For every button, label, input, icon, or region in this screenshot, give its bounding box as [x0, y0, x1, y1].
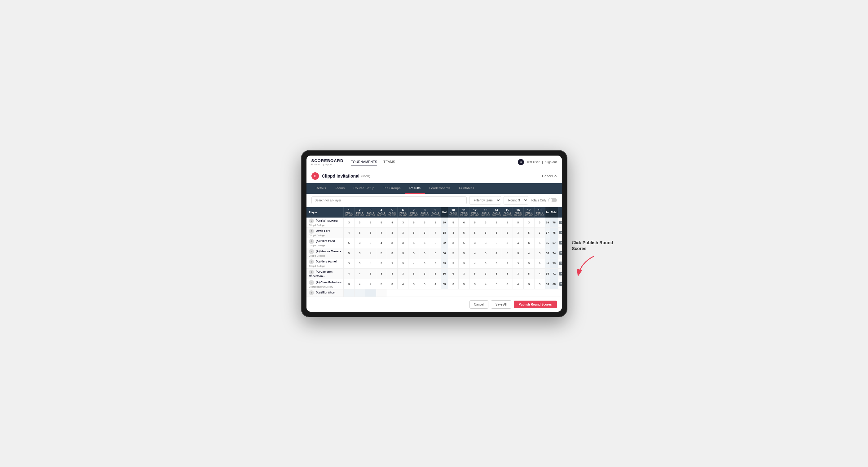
score-h7[interactable]: 5 — [408, 268, 419, 279]
search-input[interactable] — [311, 196, 467, 204]
score-h12[interactable]: 4 — [469, 258, 480, 268]
score-h1[interactable]: 4 — [344, 268, 354, 279]
score-h17[interactable]: 3 — [523, 279, 534, 289]
score-h12[interactable]: 5 — [469, 227, 480, 238]
score-h1[interactable]: 4 — [344, 227, 354, 238]
tab-details[interactable]: Details — [311, 183, 331, 194]
tab-leaderboards[interactable]: Leaderboards — [425, 183, 455, 194]
tab-teams[interactable]: Teams — [330, 183, 349, 194]
score-h3[interactable]: 3 — [365, 238, 376, 248]
score-h8[interactable]: 6 — [419, 227, 430, 238]
score-h9[interactable]: 4 — [430, 279, 441, 289]
score-h12[interactable]: 5 — [469, 268, 480, 279]
score-h6[interactable]: 3 — [398, 238, 408, 248]
score-h2[interactable]: 6 — [354, 227, 365, 238]
score-h15[interactable]: 3 — [502, 279, 513, 289]
score-h10[interactable]: 5 — [448, 218, 459, 228]
sign-out-link[interactable]: Sign out — [546, 160, 557, 164]
tab-tee-groups[interactable]: Tee Groups — [379, 183, 405, 194]
score-h13[interactable]: 3 — [480, 258, 491, 268]
label-wd[interactable]: WD — [559, 251, 561, 255]
score-h4[interactable]: 4 — [376, 238, 387, 248]
score-h16[interactable]: 3 — [513, 268, 523, 279]
score-h18[interactable]: 6 — [534, 258, 545, 268]
score-h1[interactable]: 3 — [344, 218, 354, 228]
score-h16[interactable]: 4 — [513, 238, 523, 248]
score-h10[interactable]: 3 — [448, 227, 459, 238]
score-h17[interactable]: 5 — [523, 227, 534, 238]
score-h13[interactable]: 3 — [480, 268, 491, 279]
score-h12[interactable]: 3 — [469, 279, 480, 289]
score-h16[interactable]: 3 — [513, 227, 523, 238]
score-h11[interactable]: 5 — [459, 227, 469, 238]
score-h10[interactable]: 3 — [448, 238, 459, 248]
score-h4[interactable]: 5 — [376, 258, 387, 268]
score-h3[interactable]: 5 — [365, 218, 376, 228]
score-h10[interactable]: 5 — [448, 248, 459, 258]
score-h5[interactable]: 3 — [387, 238, 398, 248]
score-h5[interactable]: 3 — [387, 248, 398, 258]
nav-teams[interactable]: TEAMS — [383, 159, 395, 165]
score-h5[interactable]: 3 — [387, 258, 398, 268]
score-h7[interactable]: 5 — [408, 248, 419, 258]
score-h3[interactable]: 3 — [365, 227, 376, 238]
score-h10[interactable]: 6 — [448, 268, 459, 279]
label-wd[interactable]: WD — [559, 272, 561, 276]
tab-course-setup[interactable]: Course Setup — [349, 183, 379, 194]
score-h1[interactable]: 5 — [344, 238, 354, 248]
score-h18[interactable]: 5 — [534, 238, 545, 248]
filter-by-team-select[interactable]: Filter by team — [469, 196, 501, 205]
round-select[interactable]: Round 3 — [503, 196, 528, 205]
score-h15[interactable]: 3 — [502, 238, 513, 248]
score-h14[interactable]: 3 — [491, 268, 502, 279]
score-h12[interactable]: 4 — [469, 248, 480, 258]
score-h6[interactable]: 3 — [398, 248, 408, 258]
score-h7[interactable]: 5 — [408, 238, 419, 248]
score-h9[interactable]: 3 — [430, 218, 441, 228]
score-h7[interactable]: 4 — [408, 258, 419, 268]
score-h14[interactable]: 4 — [491, 248, 502, 258]
score-h3[interactable]: 4 — [365, 279, 376, 289]
score-h7[interactable]: 3 — [408, 279, 419, 289]
score-h3[interactable]: 4 — [365, 258, 376, 268]
score-h6[interactable]: 3 — [398, 227, 408, 238]
score-h13[interactable]: 3 — [480, 248, 491, 258]
score-h12[interactable]: 5 — [469, 218, 480, 228]
score-h17[interactable]: 5 — [523, 258, 534, 268]
score-h11[interactable]: 5 — [459, 258, 469, 268]
score-h4[interactable]: 5 — [376, 248, 387, 258]
score-h16[interactable]: 3 — [513, 248, 523, 258]
score-h2[interactable]: 3 — [354, 238, 365, 248]
label-wd[interactable]: WD — [559, 231, 561, 234]
score-h18[interactable]: 3 — [534, 227, 545, 238]
score-h1[interactable]: 3 — [344, 279, 354, 289]
score-h5[interactable]: 4 — [387, 268, 398, 279]
tab-results[interactable]: Results — [405, 183, 425, 194]
score-h8[interactable]: 5 — [419, 279, 430, 289]
score-h5[interactable]: 3 — [387, 227, 398, 238]
score-h17[interactable]: 5 — [523, 268, 534, 279]
score-h14[interactable]: 3 — [491, 227, 502, 238]
score-h16[interactable]: 3 — [513, 258, 523, 268]
score-h11[interactable]: 5 — [459, 248, 469, 258]
score-h11[interactable]: 6 — [459, 218, 469, 228]
score-h18[interactable]: 3 — [534, 248, 545, 258]
score-h13[interactable]: 3 — [480, 218, 491, 228]
score-h1[interactable]: 3 — [344, 258, 354, 268]
publish-round-scores-button[interactable]: Publish Round Scores — [514, 301, 557, 308]
score-h12[interactable]: 3 — [469, 238, 480, 248]
tournament-cancel-button[interactable]: Cancel ✕ — [542, 174, 557, 178]
score-h10[interactable]: 5 — [448, 258, 459, 268]
score-h2[interactable]: 3 — [354, 258, 365, 268]
totals-only-toggle[interactable] — [548, 198, 557, 203]
score-h13[interactable]: 3 — [480, 238, 491, 248]
score-h17[interactable]: 3 — [523, 218, 534, 228]
score-h17[interactable]: 6 — [523, 238, 534, 248]
score-h4[interactable]: 4 — [376, 227, 387, 238]
label-wd[interactable]: WD — [559, 282, 561, 286]
score-h8[interactable]: 3 — [419, 258, 430, 268]
score-h13[interactable]: 5 — [480, 227, 491, 238]
score-h6[interactable]: 3 — [398, 218, 408, 228]
score-h8[interactable]: 6 — [419, 218, 430, 228]
score-h17[interactable]: 4 — [523, 248, 534, 258]
